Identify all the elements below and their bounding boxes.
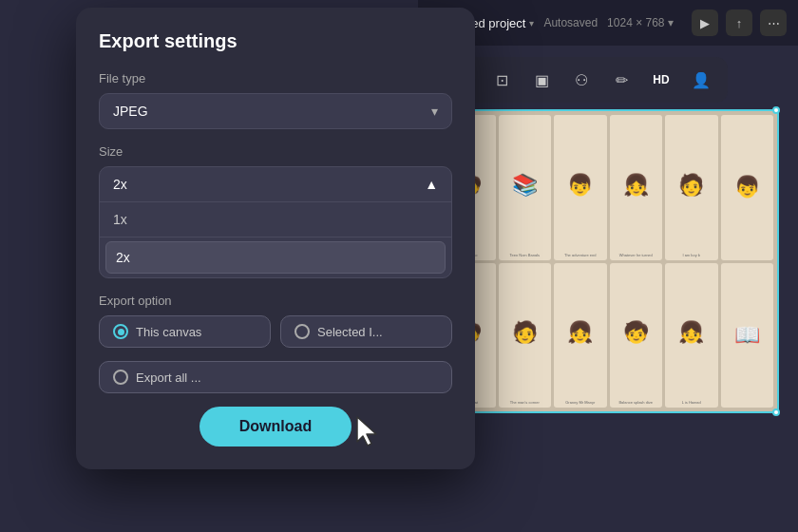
- size-option-2x-label: 2x: [116, 250, 130, 265]
- list-item: 📖: [721, 263, 774, 408]
- cell-text: Whatever he turned: [619, 254, 653, 258]
- cell-text: I am boy b: [682, 254, 700, 258]
- radio-selected-icon: [294, 324, 310, 339]
- size-option-2x[interactable]: 2x: [105, 241, 446, 274]
- cell-figure: 🧒: [612, 265, 661, 402]
- cell-figure: 👧: [556, 265, 605, 402]
- list-item: 🧑 I am boy b: [665, 115, 718, 260]
- resize-handle-br[interactable]: [772, 408, 780, 416]
- more-icon[interactable]: ⋯: [760, 10, 787, 36]
- dimensions-selector[interactable]: 1024 × 768 ▾: [607, 16, 673, 29]
- list-item: 👧 Granny Mr Manyr: [554, 263, 607, 408]
- cell-figure: 👦: [556, 117, 605, 254]
- image-grid: 🧒 come into 📚 Teen Nom Banals 👦 The adve…: [437, 109, 779, 413]
- list-item: 🧒 Balance splash dive: [610, 263, 663, 408]
- size-selector: 2x ▲ 1x 2x: [99, 166, 452, 278]
- cell-figure: 👧: [612, 117, 661, 254]
- top-bar: ‹ Untitled project ▾ Autosaved 1024 × 76…: [418, 0, 798, 46]
- radio-all-icon: [113, 370, 128, 385]
- size-dropdown-arrow-icon: ▲: [425, 177, 438, 192]
- export-option-this-canvas[interactable]: This canvas: [99, 315, 271, 348]
- share-icon[interactable]: ↑: [726, 10, 752, 36]
- resize-handle-tr[interactable]: [772, 106, 780, 114]
- export-options-row2: Export all ...: [99, 361, 452, 393]
- cell-figure: 🧑: [667, 117, 716, 254]
- list-item: 👧 Whatever he turned: [610, 115, 663, 260]
- link-tool-icon[interactable]: ⚇: [564, 63, 598, 97]
- size-section: Size 2x ▲ 1x 2x: [99, 144, 452, 278]
- size-label: Size: [99, 144, 452, 159]
- cell-text: The man's corner: [510, 401, 540, 406]
- file-type-label: File type: [99, 71, 452, 86]
- copy-tool-icon[interactable]: ⊡: [484, 63, 519, 97]
- autosaved-label: Autosaved: [543, 16, 598, 29]
- cell-text: Granny Mr Manyr: [565, 401, 595, 406]
- dimensions-chevron-icon: ▾: [668, 16, 674, 29]
- export-option-all-label: Export all ...: [136, 370, 201, 385]
- size-selected-row[interactable]: 2x ▲: [100, 167, 451, 202]
- size-option-1x[interactable]: 1x: [100, 202, 451, 238]
- cell-text: Balance splash dive: [618, 401, 653, 406]
- play-icon[interactable]: ▶: [692, 10, 718, 36]
- list-item: 👧 L is Hamad: [665, 263, 718, 408]
- people-tool-icon[interactable]: 👤: [684, 63, 718, 97]
- cell-text: L is Hamad: [682, 401, 701, 406]
- frame-tool-icon[interactable]: ▣: [524, 63, 559, 97]
- download-button[interactable]: Download: [200, 407, 352, 446]
- paint-tool-icon[interactable]: ✏: [604, 63, 638, 97]
- list-item: 🧑 The man's corner: [499, 263, 552, 408]
- hd-tool-icon[interactable]: HD: [644, 63, 678, 97]
- list-item: 👦 The adventure end: [554, 115, 607, 260]
- export-options: This canvas Selected I...: [99, 315, 452, 348]
- export-option-label: Export option: [99, 294, 452, 308]
- file-type-dropdown-arrow-icon: ▾: [431, 104, 438, 119]
- list-item: 📚 Teen Nom Banals: [499, 115, 552, 260]
- export-panel: Export settings File type JPEG ▾ Size 2x…: [76, 8, 475, 469]
- size-selected-value: 2x: [113, 177, 127, 192]
- cell-figure: 👧: [667, 265, 716, 402]
- cell-text: The adventure end: [564, 254, 597, 258]
- export-option-selected[interactable]: Selected I...: [280, 315, 452, 348]
- size-option-1x-label: 1x: [113, 212, 127, 227]
- file-type-value: JPEG: [113, 104, 148, 119]
- top-bar-actions: ▶ ↑ ⋯: [692, 10, 787, 36]
- list-item: 👦: [721, 115, 774, 260]
- cell-figure: 👦: [723, 117, 772, 258]
- dimensions-value: 1024 × 768: [607, 16, 664, 29]
- export-option-all[interactable]: Export all ...: [99, 361, 452, 393]
- cell-text: Teen Nom Banals: [509, 254, 540, 258]
- radio-this-canvas-icon: [113, 324, 128, 339]
- cell-figure: 🧑: [501, 265, 550, 402]
- export-option-this-canvas-label: This canvas: [136, 325, 201, 339]
- toolbar: ✦ ⊡ ▣ ⚇ ✏ HD 👤: [435, 57, 728, 103]
- project-dropdown-icon: ▾: [529, 18, 534, 28]
- cell-figure: 📚: [501, 117, 550, 254]
- export-panel-title: Export settings: [99, 30, 452, 52]
- file-type-dropdown[interactable]: JPEG ▾: [99, 93, 452, 129]
- export-option-selected-label: Selected I...: [317, 325, 383, 339]
- cell-figure: 📖: [723, 265, 772, 407]
